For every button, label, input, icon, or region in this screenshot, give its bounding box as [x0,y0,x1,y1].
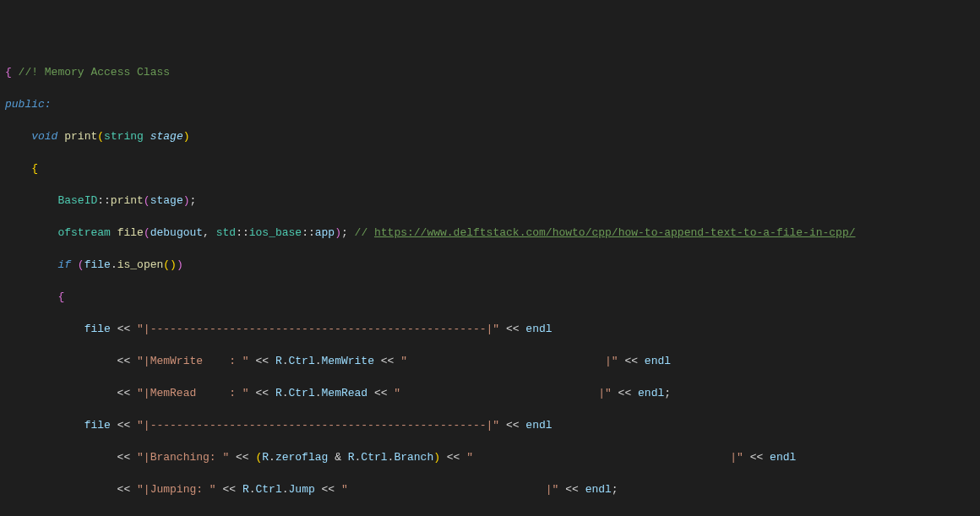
code-line: public: [5,96,980,112]
code-line: file << "|------------------------------… [5,417,980,433]
code-line: << "|Jumping: " << R.Ctrl.Jump << " |" <… [5,481,980,497]
code-line: << "|MemWrite : " << R.Ctrl.MemWrite << … [5,353,980,369]
code-line: { [5,160,980,177]
code-line: << "|MemRead : " << R.Ctrl.MemRead << " … [5,385,980,401]
code-line: { //! Memory Access Class [5,64,980,80]
code-line: << "|Branching: " << (R.zeroflag & R.Ctr… [5,449,980,465]
code-line: file << "|------------------------------… [5,321,980,337]
code-line: ofstream file(debugout, std::ios_base::a… [5,225,980,241]
code-line: BaseID::print(stage); [5,193,980,209]
code-editor[interactable]: { //! Memory Access Class public: void p… [0,48,980,516]
url-link[interactable]: https://www.delftstack.com/howto/cpp/how… [374,226,856,239]
code-line: void print(string stage) [5,128,980,144]
code-line: { [5,289,980,305]
code-line: if (file.is_open()) [5,257,980,273]
